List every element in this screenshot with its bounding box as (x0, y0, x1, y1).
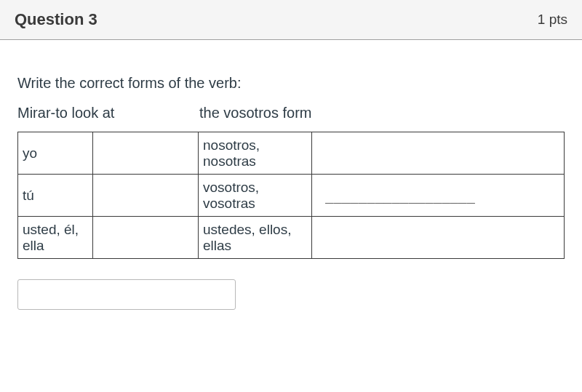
blank-line: __________________ (316, 187, 475, 203)
conjugation-table: yo nosotros, nosotras tú vosotros, vosot… (17, 132, 565, 259)
table-row: tú vosotros, vosotras __________________ (18, 175, 565, 217)
form-label: the vosotros form (199, 105, 565, 121)
sub-prompt-row: Mirar-to look at the vosotros form (17, 105, 565, 121)
pronoun-cell: vosotros, vosotras (199, 175, 312, 217)
verb-label: Mirar-to look at (17, 105, 199, 121)
pronoun-cell: yo (18, 132, 93, 175)
pronoun-cell: tú (18, 175, 93, 217)
table-row: usted, él, ella ustedes, ellos, ellas (18, 217, 565, 259)
form-cell (93, 132, 199, 175)
prompt-text: Write the correct forms of the verb: (17, 75, 565, 92)
question-points: 1 pts (538, 12, 567, 28)
form-cell (93, 175, 199, 217)
question-title: Question 3 (15, 10, 97, 29)
pronoun-cell: ustedes, ellos, ellas (199, 217, 312, 259)
form-cell (312, 217, 565, 259)
question-header: Question 3 1 pts (0, 0, 582, 40)
question-body: Write the correct forms of the verb: Mir… (0, 40, 582, 324)
form-cell (312, 132, 565, 175)
answer-input[interactable] (17, 279, 236, 310)
blank-cell: __________________ (312, 175, 565, 217)
table-row: yo nosotros, nosotras (18, 132, 565, 175)
form-cell (93, 217, 199, 259)
pronoun-cell: usted, él, ella (18, 217, 93, 259)
pronoun-cell: nosotros, nosotras (199, 132, 312, 175)
